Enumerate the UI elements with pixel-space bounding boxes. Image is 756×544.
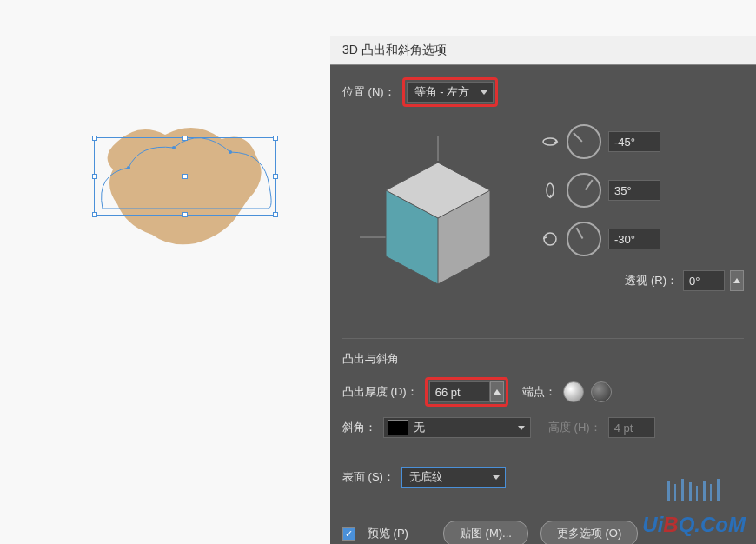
svg-point-8: [543, 138, 557, 145]
surface-label: 表面 (S)：: [342, 469, 395, 485]
perspective-stepper[interactable]: [730, 270, 744, 291]
resize-handle-tl[interactable]: [92, 136, 97, 141]
dialog-title: 3D 凸出和斜角选项: [330, 36, 756, 65]
extrude-depth-input[interactable]: 66 pt: [429, 381, 490, 402]
highlight-position: 等角 - 左方: [402, 77, 498, 107]
perspective-input[interactable]: 0°: [683, 270, 725, 291]
map-art-button[interactable]: 贴图 (M)...: [443, 521, 528, 544]
watermark-text: UiBQ.CoM: [642, 513, 746, 537]
position-label: 位置 (N)：: [342, 84, 395, 100]
cap-label: 端点：: [522, 384, 556, 400]
svg-point-9: [547, 183, 554, 197]
bevel-value: 无: [414, 420, 425, 435]
bevel-label: 斜角：: [342, 420, 376, 435]
resize-handle-mr[interactable]: [273, 174, 278, 179]
highlight-depth: 66 pt: [425, 377, 508, 407]
center-handle[interactable]: [182, 174, 188, 179]
svg-marker-12: [494, 389, 501, 395]
preview-label: 预览 (P): [368, 526, 408, 541]
depth-stepper[interactable]: [490, 381, 504, 402]
surface-value: 无底纹: [409, 469, 443, 485]
bounding-box[interactable]: [94, 137, 276, 216]
extrude-section-title: 凸出与斜角: [342, 351, 744, 367]
rotate-x-input[interactable]: -45°: [608, 131, 660, 152]
cap-off-button[interactable]: [591, 381, 612, 402]
position-dropdown[interactable]: 等角 - 左方: [407, 82, 494, 103]
rotation-cube-preview[interactable]: [342, 124, 534, 315]
resize-handle-tm[interactable]: [182, 136, 188, 141]
watermark-barcode: [667, 479, 721, 504]
rotate-y-icon: [540, 181, 560, 200]
svg-point-10: [544, 233, 556, 245]
resize-handle-tr[interactable]: [273, 136, 278, 141]
canvas-area: [0, 0, 330, 544]
rotate-x-dial[interactable]: [567, 124, 601, 159]
rotate-z-dial[interactable]: [567, 222, 601, 256]
rotate-x-icon: [540, 132, 560, 151]
bevel-swatch: [388, 420, 408, 435]
extrude-bevel-dialog: 3D 凸出和斜角选项 位置 (N)： 等角 - 左方: [330, 36, 756, 544]
position-value: 等角 - 左方: [414, 84, 470, 100]
rotate-z-icon: [540, 229, 560, 249]
more-options-button[interactable]: 更多选项 (O): [540, 521, 638, 544]
preview-checkbox[interactable]: ✓: [342, 527, 355, 541]
bevel-dropdown[interactable]: 无: [383, 417, 531, 438]
resize-handle-br[interactable]: [273, 212, 278, 217]
rotate-y-input[interactable]: 35°: [608, 180, 660, 201]
bevel-height-input: 4 pt: [608, 417, 655, 438]
bevel-height-label: 高度 (H)：: [548, 420, 601, 435]
resize-handle-bl[interactable]: [92, 212, 97, 217]
cap-on-button[interactable]: [563, 381, 584, 402]
rotate-y-dial[interactable]: [567, 173, 601, 208]
extrude-depth-label: 凸出厚度 (D)：: [342, 384, 418, 400]
resize-handle-bm[interactable]: [182, 212, 188, 217]
perspective-label: 透视 (R)：: [625, 273, 678, 289]
surface-dropdown[interactable]: 无底纹: [401, 467, 506, 488]
svg-marker-11: [733, 278, 740, 283]
resize-handle-ml[interactable]: [92, 174, 97, 179]
rotate-z-input[interactable]: -30°: [608, 229, 660, 249]
